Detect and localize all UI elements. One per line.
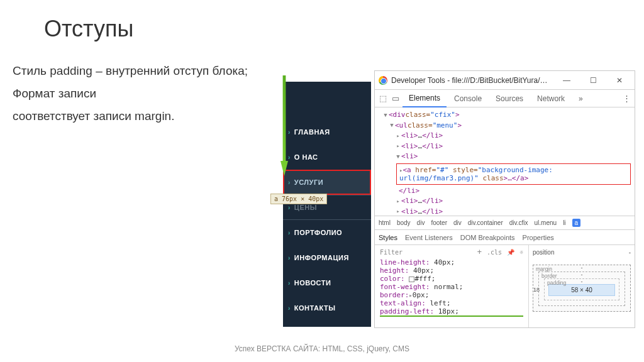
- tab-event-listeners[interactable]: Event Listeners: [405, 234, 453, 241]
- chrome-icon: [379, 76, 387, 85]
- selected-dom-node[interactable]: ▸<a href="#" style="background-image: ur…: [396, 163, 631, 185]
- inspect-icon[interactable]: ⬚: [377, 93, 389, 104]
- window-titlebar: Developer Tools - file:///D:/BitBucket/B…: [375, 71, 635, 90]
- filter-input[interactable]: Filter: [380, 249, 402, 256]
- cls-toggle[interactable]: .cls: [487, 249, 502, 256]
- chevron-right-icon: ›: [288, 280, 291, 287]
- devtools-window: Developer Tools - file:///D:/BitBucket/B…: [374, 70, 635, 328]
- nav-item-news[interactable]: ›НОВОСТИ: [283, 270, 371, 295]
- pin-icon[interactable]: 📌: [507, 249, 514, 256]
- body-line-3: соответствует записи margin.: [13, 105, 248, 128]
- breadcrumb[interactable]: htmlbodydivfooterdivdiv.containerdiv.cfi…: [375, 216, 635, 229]
- chevron-right-icon: ›: [288, 129, 291, 136]
- tab-sources[interactable]: Sources: [489, 90, 530, 107]
- nav-item-portfolio[interactable]: ›ПОРТФОЛИО: [283, 220, 371, 245]
- chevron-right-icon: ›: [288, 305, 291, 312]
- close-button[interactable]: ✕: [608, 73, 631, 88]
- tab-dom-breakpoints[interactable]: DOM Breakpoints: [460, 234, 515, 241]
- body-line-2: Формат записи: [13, 82, 248, 105]
- dimension-tooltip: a 76px × 40px: [270, 194, 327, 204]
- device-toggle-icon[interactable]: ▭: [390, 93, 401, 104]
- body-line-1: Стиль padding – внутренний отступ блока;: [13, 60, 248, 82]
- nav-item-info[interactable]: ›ИНФОРМАЦИЯ: [283, 245, 371, 270]
- box-model-pane: position- margin - border - padding 18 -…: [529, 245, 635, 327]
- chevron-right-icon: ›: [288, 179, 291, 186]
- chevron-right-icon: ›: [288, 154, 291, 161]
- slide-title: Отступы: [44, 16, 133, 42]
- dom-tree[interactable]: ▼<div class="cfix"> ▼<ul class="menu"> ▸…: [375, 107, 635, 216]
- slide-footer: Успех ВЕРСТКА САЙТА: HTML, CSS, jQuery, …: [0, 344, 644, 353]
- more-icon[interactable]: ☼: [519, 249, 523, 256]
- tab-more-icon[interactable]: »: [572, 90, 589, 107]
- nav-item-about[interactable]: ›О НАС: [283, 145, 371, 170]
- chevron-right-icon: ›: [288, 255, 291, 261]
- nav-item-home[interactable]: ›ГЛАВНАЯ: [283, 119, 371, 145]
- styles-pane[interactable]: Filter + .cls 📌 ☼ line-height: 40px; hei…: [375, 245, 529, 327]
- nav-item-services[interactable]: ›УСЛУГИ: [283, 170, 371, 195]
- chevron-right-icon: ›: [288, 204, 291, 211]
- tab-elements[interactable]: Elements: [402, 90, 447, 107]
- maximize-button[interactable]: ☐: [582, 73, 604, 88]
- new-style-rule-icon[interactable]: +: [477, 248, 482, 256]
- tab-network[interactable]: Network: [531, 90, 571, 107]
- minimize-button[interactable]: —: [555, 73, 578, 88]
- window-title: Developer Tools - file:///D:/BitBucket/B…: [391, 76, 552, 85]
- nav-item-contacts[interactable]: ›КОНТАКТЫ: [283, 295, 371, 321]
- chevron-right-icon: ›: [288, 229, 291, 236]
- box-model-margin: margin - border - padding 18 - 58 × 40: [533, 265, 631, 312]
- tab-console[interactable]: Console: [448, 90, 488, 107]
- slide-body: Стиль padding – внутренний отступ блока;…: [13, 60, 248, 128]
- kebab-icon[interactable]: ⋮: [621, 93, 632, 104]
- devtools-toolbar: ⬚ ▭ Elements Console Sources Network » ⋮: [375, 90, 635, 107]
- tab-properties[interactable]: Properties: [523, 234, 554, 241]
- site-nav-preview: a 76px × 40px ›ГЛАВНАЯ ›О НАС ›УСЛУГИ ›Ц…: [283, 82, 371, 327]
- tab-styles[interactable]: Styles: [379, 234, 397, 241]
- styles-tabs: Styles Event Listeners DOM Breakpoints P…: [375, 229, 635, 244]
